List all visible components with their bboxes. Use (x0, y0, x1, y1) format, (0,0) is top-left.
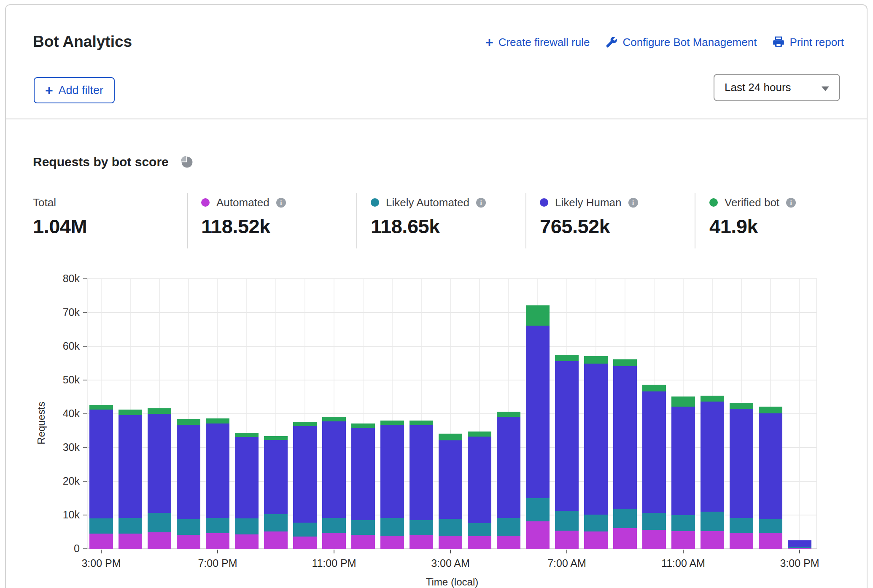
bar-segment-automated[interactable] (584, 531, 608, 549)
bar-segment-likely-automated[interactable] (497, 518, 520, 536)
bar-segment-verified-bot[interactable] (206, 418, 229, 423)
bar-segment-likely-human[interactable] (468, 437, 491, 523)
bar-segment-verified-bot[interactable] (497, 412, 520, 416)
bar-segment-likely-automated[interactable] (759, 519, 782, 533)
bar-segment-automated[interactable] (613, 528, 637, 549)
bar-segment-verified-bot[interactable] (730, 403, 753, 409)
bar-segment-likely-human[interactable] (235, 437, 259, 518)
bar-segment-automated[interactable] (351, 535, 375, 549)
bar-segment-automated[interactable] (439, 536, 462, 549)
bar-segment-automated[interactable] (119, 534, 142, 549)
bar-segment-likely-automated[interactable] (351, 520, 375, 534)
bar-segment-likely-human[interactable] (177, 425, 200, 519)
bar-segment-automated[interactable] (788, 548, 811, 549)
bar-segment-likely-human[interactable] (322, 421, 346, 518)
stacked-bar[interactable] (730, 403, 753, 549)
print-report-link[interactable]: Print report (773, 36, 844, 49)
configure-bot-management-link[interactable]: Configure Bot Management (606, 36, 757, 49)
bar-segment-likely-automated[interactable] (555, 511, 579, 531)
bar-segment-likely-human[interactable] (351, 428, 375, 520)
info-icon[interactable]: i (628, 198, 638, 208)
bar-segment-likely-human[interactable] (148, 414, 171, 512)
bar-segment-likely-human[interactable] (730, 409, 753, 518)
bar-segment-automated[interactable] (322, 533, 346, 549)
bar-segment-automated[interactable] (671, 531, 695, 549)
bar-segment-verified-bot[interactable] (293, 422, 317, 426)
bar-segment-likely-automated[interactable] (119, 518, 142, 534)
stacked-bar[interactable] (206, 418, 229, 549)
bar-segment-verified-bot[interactable] (671, 396, 695, 407)
bar-segment-verified-bot[interactable] (555, 355, 579, 361)
bar-segment-likely-automated[interactable] (613, 509, 637, 529)
bar-segment-automated[interactable] (642, 530, 666, 549)
bar-segment-likely-automated[interactable] (584, 515, 608, 531)
bar-segment-verified-bot[interactable] (380, 421, 404, 425)
bar-segment-verified-bot[interactable] (642, 385, 666, 392)
bar-segment-likely-automated[interactable] (642, 513, 666, 530)
bar-segment-automated[interactable] (555, 531, 579, 549)
bar-segment-likely-automated[interactable] (730, 518, 753, 533)
stacked-bar[interactable] (177, 419, 200, 549)
bar-segment-verified-bot[interactable] (148, 408, 171, 414)
bar-segment-verified-bot[interactable] (759, 407, 782, 413)
bar-segment-likely-automated[interactable] (526, 498, 550, 521)
stacked-bar[interactable] (613, 359, 637, 549)
stacked-bar[interactable] (148, 408, 171, 549)
bar-segment-likely-human[interactable] (293, 426, 317, 523)
bar-segment-automated[interactable] (526, 521, 550, 549)
bar-segment-likely-automated[interactable] (380, 518, 404, 536)
stacked-bar[interactable] (584, 356, 608, 549)
bar-segment-likely-human[interactable] (671, 407, 695, 515)
bar-segment-likely-automated[interactable] (439, 519, 462, 536)
bar-segment-likely-human[interactable] (526, 326, 550, 499)
bar-segment-likely-automated[interactable] (293, 523, 317, 537)
bar-segment-automated[interactable] (89, 534, 113, 549)
bar-segment-verified-bot[interactable] (89, 405, 113, 409)
bar-segment-likely-human[interactable] (264, 440, 288, 514)
stacked-bar[interactable] (351, 423, 375, 549)
bar-segment-automated[interactable] (497, 536, 520, 549)
stacked-bar[interactable] (89, 405, 113, 549)
bar-segment-likely-human[interactable] (380, 425, 404, 518)
bar-segment-likely-automated[interactable] (788, 547, 811, 548)
bar-segment-likely-automated[interactable] (206, 518, 229, 533)
time-range-select[interactable]: Last 24 hours (714, 74, 840, 101)
bar-segment-verified-bot[interactable] (322, 417, 346, 421)
bar-segment-automated[interactable] (410, 535, 433, 549)
bar-segment-likely-human[interactable] (584, 364, 608, 515)
info-icon[interactable]: i (786, 198, 796, 208)
bar-segment-verified-bot[interactable] (584, 356, 608, 364)
bar-segment-likely-human[interactable] (89, 410, 113, 518)
bar-segment-verified-bot[interactable] (410, 421, 433, 425)
bar-segment-verified-bot[interactable] (351, 423, 375, 428)
bar-segment-likely-human[interactable] (555, 361, 579, 510)
bar-segment-automated[interactable] (759, 533, 782, 549)
bar-segment-automated[interactable] (293, 537, 317, 549)
bar-segment-automated[interactable] (701, 531, 724, 549)
stacked-bar[interactable] (555, 355, 579, 549)
bar-segment-likely-automated[interactable] (322, 518, 346, 533)
bar-segment-automated[interactable] (730, 533, 753, 549)
stacked-bar[interactable] (322, 417, 346, 549)
bar-segment-likely-automated[interactable] (89, 518, 113, 534)
bar-segment-likely-automated[interactable] (701, 512, 724, 531)
bar-segment-likely-human[interactable] (701, 402, 724, 512)
stacked-bar[interactable] (235, 433, 259, 549)
stacked-bar[interactable] (701, 396, 724, 549)
bar-segment-likely-automated[interactable] (410, 520, 433, 535)
stacked-bar[interactable] (410, 421, 433, 549)
stacked-bar[interactable] (119, 410, 142, 549)
bar-segment-verified-bot[interactable] (613, 359, 637, 366)
bar-segment-likely-human[interactable] (788, 540, 811, 546)
stacked-bar[interactable] (468, 432, 491, 549)
bar-segment-likely-automated[interactable] (671, 515, 695, 531)
bar-segment-automated[interactable] (264, 531, 288, 549)
bar-segment-likely-human[interactable] (410, 425, 433, 520)
stacked-bar[interactable] (439, 434, 462, 549)
stacked-bar[interactable] (788, 540, 811, 549)
bar-segment-likely-automated[interactable] (177, 519, 200, 535)
stacked-bar[interactable] (671, 396, 695, 549)
bar-segment-verified-bot[interactable] (119, 410, 142, 415)
bar-segment-likely-automated[interactable] (468, 523, 491, 536)
bar-segment-verified-bot[interactable] (264, 436, 288, 440)
